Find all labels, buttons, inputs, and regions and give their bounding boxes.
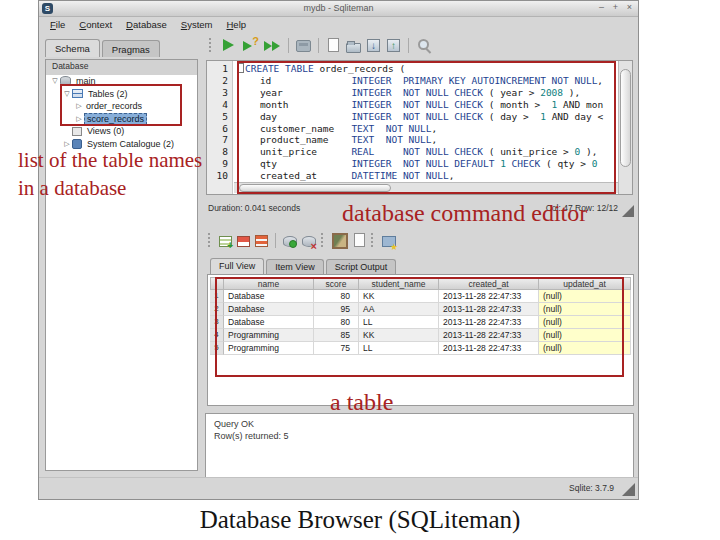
code-line[interactable]: product_name TEXT NOT NULL, <box>237 134 618 146</box>
create-view-icon[interactable] <box>382 236 396 247</box>
minimize-button[interactable]: – <box>597 2 606 12</box>
tree-item-views-0[interactable]: Views (0) <box>46 125 197 138</box>
column-header-created-at[interactable]: created_at <box>439 277 539 290</box>
explain-query-icon[interactable] <box>242 37 259 54</box>
code-line[interactable]: day INTEGER NOT NULL CHECK ( day > 1 AND… <box>237 111 618 123</box>
table-cell[interactable]: 2013-11-28 22:47:33 <box>439 329 539 342</box>
tree-item-order-records[interactable]: ▷order_records <box>46 100 197 113</box>
editor-horizontal-scrollbar[interactable] <box>234 182 618 193</box>
paste-icon[interactable] <box>354 233 365 247</box>
remove-row-icon[interactable] <box>237 236 250 247</box>
code-line[interactable]: id INTEGER PRIMARY KEY AUTOINCREMENT NOT… <box>237 75 618 87</box>
row-number[interactable]: 3 <box>210 316 224 329</box>
expander-icon[interactable]: ▷ <box>74 102 84 110</box>
remove-all-rows-icon[interactable] <box>255 235 268 247</box>
table-cell[interactable]: KK <box>359 290 439 303</box>
code-line[interactable]: month INTEGER NOT NULL CHECK ( month > 1… <box>237 99 618 111</box>
code-line[interactable]: qty INTEGER NOT NULL DEFAULT 1 CHECK ( q… <box>237 158 618 170</box>
tab-pragmas[interactable]: Pragmas <box>102 40 160 57</box>
maximize-button[interactable]: + <box>611 2 620 12</box>
table-cell[interactable]: 75 <box>314 342 359 355</box>
title-bar[interactable]: S mydb - Sqliteman – + × <box>39 1 638 17</box>
tree-item-main[interactable]: ▽main <box>46 75 197 88</box>
run-sql-icon[interactable] <box>220 37 237 54</box>
sql-console-icon[interactable] <box>296 40 311 52</box>
sql-text: order_records ( <box>314 63 406 74</box>
tab-script-output[interactable]: Script Output <box>326 259 397 274</box>
tree-item-score-records[interactable]: ▷score_records <box>46 113 197 126</box>
expander-icon[interactable]: ▽ <box>62 90 72 98</box>
menu-item-context[interactable]: Context <box>72 19 119 30</box>
table-cell[interactable]: Database <box>224 303 314 316</box>
table-cell[interactable]: LL <box>359 342 439 355</box>
column-header-student-name[interactable]: student_name <box>359 277 439 290</box>
save-icon[interactable] <box>367 39 380 52</box>
code-line[interactable]: created_at DATETIME NOT NULL, <box>237 170 618 182</box>
code-line[interactable]: unit_price REAL NOT NULL CHECK ( unit_pr… <box>237 146 618 158</box>
code-line[interactable]: customer_name TEXT NOT NULL, <box>237 123 618 135</box>
scrollbar-thumb[interactable] <box>239 184 391 192</box>
tab-schema[interactable]: Schema <box>45 39 100 57</box>
commit-icon[interactable] <box>283 236 297 247</box>
table-cell[interactable]: 85 <box>314 329 359 342</box>
code-area[interactable]: CREATE TABLE order_records ( id INTEGER … <box>233 61 618 194</box>
sql-text: , <box>449 170 455 181</box>
menu-item-file[interactable]: File <box>43 19 72 30</box>
scrollbar-thumb[interactable] <box>620 69 631 167</box>
open-file-icon[interactable] <box>346 43 361 53</box>
table-cell[interactable]: (null) <box>539 290 631 303</box>
table-cell[interactable]: 2013-11-28 22:47:33 <box>439 342 539 355</box>
table-cell[interactable]: (null) <box>539 329 631 342</box>
annotation-table-note: a table <box>330 389 393 416</box>
table-cell[interactable]: 2013-11-28 22:47:33 <box>439 303 539 316</box>
table-cell[interactable]: 95 <box>314 303 359 316</box>
row-number[interactable]: 5 <box>210 342 224 355</box>
row-number[interactable]: 2 <box>210 303 224 316</box>
code-line[interactable]: year INTEGER NOT NULL CHECK ( year > 200… <box>237 87 618 99</box>
table-cell[interactable]: (null) <box>539 303 631 316</box>
resize-grip[interactable] <box>622 483 635 496</box>
row-number[interactable]: 4 <box>210 329 224 342</box>
table-cell[interactable]: Programming <box>224 342 314 355</box>
table-cell[interactable]: 2013-11-28 22:47:33 <box>439 290 539 303</box>
column-header-score[interactable]: score <box>314 277 359 290</box>
tab-full-view[interactable]: Full View <box>210 258 264 274</box>
code-line[interactable]: CREATE TABLE order_records ( <box>237 63 618 75</box>
run-all-icon[interactable] <box>264 37 281 54</box>
column-header-updated-at[interactable]: updated_at <box>539 277 631 290</box>
sql-keyword: INTEGER <box>351 111 391 122</box>
add-row-icon[interactable] <box>219 236 232 247</box>
table-cell[interactable]: 2013-11-28 22:47:33 <box>439 316 539 329</box>
editor-vertical-scrollbar[interactable] <box>618 61 632 194</box>
separator <box>408 38 409 53</box>
expander-icon[interactable]: ▷ <box>74 115 84 123</box>
new-file-icon[interactable] <box>328 38 339 52</box>
table-cell[interactable]: (null) <box>539 342 631 355</box>
slide: S mydb - Sqliteman – + × FileContextData… <box>0 0 720 540</box>
close-button[interactable]: × <box>625 2 634 12</box>
expander-icon[interactable]: ▽ <box>50 77 60 85</box>
sql-text: product_name <box>237 134 351 145</box>
save-as-icon[interactable] <box>387 39 400 52</box>
table-cell[interactable]: Programming <box>224 329 314 342</box>
table-cell[interactable]: Database <box>224 290 314 303</box>
rollback-icon[interactable] <box>302 236 316 247</box>
row-number[interactable]: 1 <box>210 290 224 303</box>
menu-item-help[interactable]: Help <box>219 19 253 30</box>
table-cell[interactable]: KK <box>359 329 439 342</box>
table-cell[interactable]: Database <box>224 316 314 329</box>
table-cell[interactable]: 80 <box>314 316 359 329</box>
table-cell[interactable]: (null) <box>539 316 631 329</box>
sql-editor[interactable]: 12345678910 CREATE TABLE order_records (… <box>206 60 633 195</box>
menu-item-system[interactable]: System <box>174 19 220 30</box>
table-cell[interactable]: LL <box>359 316 439 329</box>
table-cell[interactable]: AA <box>359 303 439 316</box>
tree-item-tables-2[interactable]: ▽Tables (2) <box>46 88 197 101</box>
table-cell[interactable]: 80 <box>314 290 359 303</box>
blob-preview-icon[interactable] <box>332 233 348 249</box>
menu-item-database[interactable]: Database <box>119 19 174 30</box>
search-icon[interactable] <box>416 37 433 54</box>
tab-item-view[interactable]: Item View <box>266 259 323 274</box>
column-header-name[interactable]: name <box>224 277 314 290</box>
splitter-handle[interactable] <box>622 205 634 217</box>
